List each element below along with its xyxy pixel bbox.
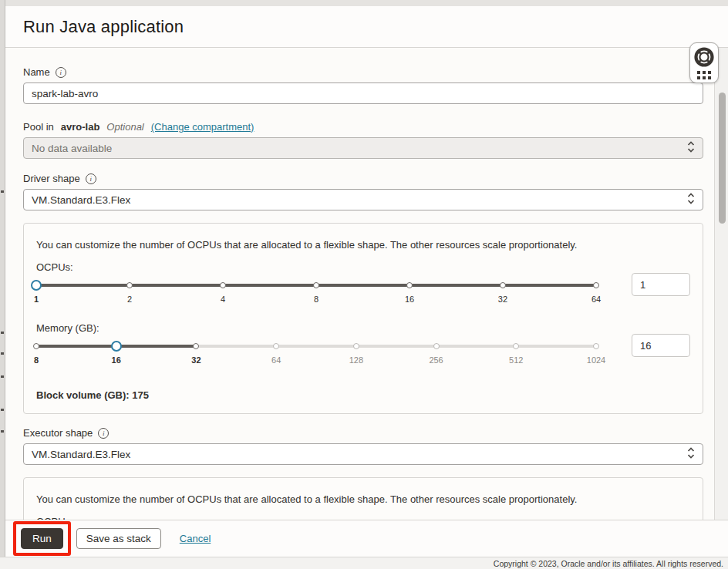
background-text-fragment [1, 352, 4, 355]
slider-tick [193, 343, 199, 349]
tick-label: 2 [127, 295, 132, 304]
chevron-up-down-icon [687, 447, 695, 461]
driver-shape-label: Driver shape [23, 173, 80, 184]
tick-label: 4 [221, 295, 225, 304]
tick-label: 64 [592, 295, 601, 304]
flex-shape-info-text: You can customize the number of OCPUs th… [36, 493, 690, 505]
copyright-bar: Copyright © 2023, Oracle and/or its affi… [0, 557, 728, 569]
run-button[interactable]: Run [21, 528, 63, 549]
change-compartment-link[interactable]: (Change compartment) [151, 121, 254, 133]
driver-shape-select[interactable]: VM.Standard.E3.Flex [23, 189, 703, 210]
tick-label: 32 [191, 355, 201, 365]
life-buoy-help-icon [694, 47, 714, 67]
driver-shape-label-row: Driver shape i [23, 173, 703, 184]
slider-tick [593, 343, 599, 349]
tick-label: 16 [405, 295, 414, 304]
ocpus-label: OCPUs: [36, 261, 690, 273]
info-icon[interactable]: i [98, 428, 109, 439]
info-icon[interactable]: i [86, 173, 96, 184]
background-text-fragment [1, 430, 4, 433]
slider-tick [313, 282, 319, 288]
tick-label: 8 [34, 355, 39, 365]
slider-tick [220, 282, 226, 288]
background-text-fragment [1, 409, 4, 411]
chevron-up-down-icon [687, 141, 695, 155]
slider-tick [433, 343, 440, 349]
slider-tick [406, 282, 413, 288]
tick-label: 32 [498, 295, 507, 304]
slider-tick [126, 282, 133, 288]
tick-label: 512 [509, 355, 523, 365]
optional-tag: Optional [106, 121, 143, 133]
driver-flex-config-box: You can customize the number of OCPUs th… [23, 223, 703, 414]
tick-label: 1 [34, 295, 39, 304]
driver-shape-value: VM.Standard.E3.Flex [32, 194, 130, 206]
driver-ocpus-input[interactable] [632, 273, 690, 296]
driver-memory-slider[interactable]: 8 16 32 64 128 256 512 1024 [36, 337, 596, 372]
panel-scrollbar-thumb[interactable] [719, 93, 726, 224]
panel-content: Name i Pool in avro-lab Optional (Change… [5, 48, 714, 520]
pool-select[interactable]: No data available [23, 137, 703, 159]
name-label: Name [23, 66, 50, 78]
panel-scrollbar-track[interactable] [714, 48, 728, 520]
executor-shape-select[interactable]: VM.Standard.E3.Flex [23, 443, 703, 465]
pool-label-prefix: Pool in [23, 121, 54, 133]
run-button-highlight-box: Run [13, 521, 71, 556]
slider-tick [273, 343, 279, 349]
slider-tick [593, 282, 599, 288]
tick-label: 8 [314, 295, 318, 304]
tick-label: 128 [349, 355, 363, 365]
flex-shape-info-text: You can customize the number of OCPUs th… [36, 239, 690, 251]
drag-handle-dots-icon [697, 71, 711, 79]
help-widget[interactable] [689, 42, 719, 83]
info-icon[interactable]: i [56, 67, 66, 78]
name-input[interactable] [23, 82, 703, 104]
slider-tick [500, 282, 506, 288]
tick-label: 16 [112, 355, 121, 365]
panel-header: Run Java application [5, 6, 728, 48]
driver-ocpus-slider[interactable]: 1 2 4 8 16 32 64 [36, 276, 596, 311]
pool-select-value: No data available [32, 143, 112, 154]
block-volume-text: Block volume (GB): 175 [36, 389, 690, 401]
copyright-text: Copyright © 2023, Oracle and/or its affi… [494, 559, 723, 568]
background-page-strip [0, 0, 5, 557]
tick-label: 256 [429, 355, 443, 365]
tick-label: 1024 [587, 355, 605, 365]
run-application-panel: Run Java application Name i Pool in avro… [5, 6, 728, 557]
executor-shape-label: Executor shape [23, 427, 93, 439]
background-text-fragment [1, 190, 4, 193]
executor-flex-config-box: You can customize the number of OCPUs th… [23, 477, 703, 520]
background-text-fragment [1, 332, 4, 334]
pool-label-row: Pool in avro-lab Optional (Change compar… [23, 121, 703, 133]
executor-shape-value: VM.Standard.E3.Flex [32, 449, 130, 460]
panel-footer: Run Save as stack Cancel [5, 520, 728, 557]
driver-memory-input[interactable] [632, 334, 690, 357]
chevron-up-down-icon [687, 193, 695, 207]
compartment-name: avro-lab [61, 121, 100, 133]
page-title: Run Java application [23, 17, 184, 37]
save-as-stack-button[interactable]: Save as stack [76, 528, 161, 549]
tick-label: 64 [271, 355, 281, 365]
slider-tick [353, 343, 359, 349]
slider-tick [33, 343, 39, 349]
executor-shape-label-row: Executor shape i [23, 427, 703, 439]
cancel-link[interactable]: Cancel [180, 533, 211, 544]
name-label-row: Name i [23, 66, 703, 78]
memory-label: Memory (GB): [36, 322, 690, 334]
driver-memory-slider-handle[interactable] [111, 341, 122, 352]
driver-ocpus-slider-handle[interactable] [31, 280, 42, 291]
background-text-fragment [1, 375, 4, 378]
slider-tick [513, 343, 519, 349]
